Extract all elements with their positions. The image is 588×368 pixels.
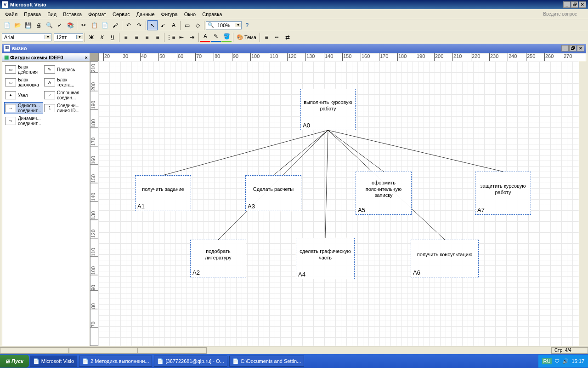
help-button[interactable]: ? — [242, 20, 252, 30]
shape-item[interactable]: ⟋Сплошная соедин... — [43, 89, 82, 101]
shapes-panel: ▦ Фигуры схемы IDEF0 × ▭Блок действия✎По… — [2, 53, 90, 354]
theme-button[interactable]: 🎨Тема — [235, 32, 258, 42]
menu-Формат[interactable]: Формат — [85, 11, 109, 18]
menu-Справка[interactable]: Справка — [199, 11, 225, 18]
zoom-input[interactable] — [215, 23, 235, 28]
shape-item[interactable]: ✎Подпись — [43, 63, 82, 75]
redo-button[interactable]: ↷ — [134, 20, 144, 30]
shape-item[interactable]: AБлок текста... — [43, 76, 82, 88]
connector-tool-button[interactable]: ➹ — [158, 20, 168, 30]
menu-Файл[interactable]: Файл — [2, 11, 21, 18]
align-justify-button[interactable]: ≡ — [153, 32, 163, 42]
shapes-button[interactable]: ◇ — [192, 20, 203, 30]
document-title: визио — [12, 46, 561, 51]
shape-item[interactable]: →Односто... соединит... — [4, 102, 43, 114]
canvas-area: 2030405060708090100110120130140150160170… — [90, 53, 586, 354]
underline-button[interactable]: Ч — [107, 32, 118, 42]
shape-item[interactable]: ●Узел — [4, 89, 43, 101]
shape-item[interactable]: ⤵Соедини... линия ID... — [43, 102, 82, 114]
minimize-button[interactable]: _ — [563, 1, 571, 8]
cut-button[interactable]: ✂ — [79, 20, 89, 30]
shapes-panel-header: ▦ Фигуры схемы IDEF0 × — [2, 53, 90, 62]
save-button[interactable]: 💾 — [23, 20, 33, 30]
line-weight-button[interactable]: ≡ — [261, 32, 271, 42]
help-search-box[interactable]: Введите вопрос — [540, 11, 586, 17]
zoom-combo[interactable]: 🔍 ▼ — [206, 21, 242, 29]
new-button[interactable]: 📄 — [2, 20, 12, 30]
shape-item[interactable]: ▭Блок действия — [4, 63, 43, 75]
align-center-button[interactable]: ≡ — [131, 32, 141, 42]
drawing-canvas[interactable]: выполнить курсовую работуA0получить зада… — [98, 61, 579, 346]
formatting-toolbar: ▼ ▼ Ж К Ч ≡ ≡ ≡ ≡ ⋮≡ ⇤ ⇥ A ✎ 🪣 🎨Тема ≡ ┅… — [0, 31, 588, 43]
document-titlebar: ▦ визио _ 🗗 ✕ — [2, 44, 586, 53]
font-combo[interactable]: ▼ — [2, 33, 51, 41]
doc-minimize-button[interactable]: _ — [561, 45, 569, 52]
menu-Вставка[interactable]: Вставка — [60, 11, 85, 18]
menu-Правка[interactable]: Правка — [21, 11, 44, 18]
diagram-node-A6[interactable]: получить консультациюA6 — [411, 240, 479, 277]
copy-button[interactable]: 📋 — [89, 20, 99, 30]
diagram-node-A2[interactable]: подобрать литературуA2 — [190, 240, 246, 277]
font-color-button[interactable]: A — [200, 32, 210, 42]
standard-toolbar: 📄 📂 💾 🖨 🔍 ✓ 📚 ✂ 📋 📄 🖌 ↶ ↷ ↖ ➹ A ▭ ◇ 🔍 ▼ … — [0, 19, 588, 31]
menu-Сервис[interactable]: Сервис — [109, 11, 133, 18]
shape-item[interactable]: ⤳Динамич... соединит... — [4, 115, 43, 127]
diagram-node-A4[interactable]: сделать графическую частьA4 — [296, 238, 355, 279]
font-name-input[interactable] — [2, 34, 45, 40]
shapes-panel-close-button[interactable]: × — [85, 55, 88, 60]
diagram-node-A7[interactable]: защитить курсовую работуA7 — [475, 172, 531, 215]
pointer-tool-button[interactable]: ↖ — [147, 20, 158, 30]
doc-close-button[interactable]: ✕ — [577, 45, 584, 52]
start-button[interactable]: ⊞Пуск — [0, 355, 29, 368]
restore-button[interactable]: 🗗 — [571, 1, 578, 8]
taskbar-item[interactable]: 📄Microsoft Visio — [30, 356, 77, 367]
print-preview-button[interactable]: 🔍 — [44, 20, 54, 30]
shape-item[interactable]: ▭Блок заголовка — [4, 76, 43, 88]
research-button[interactable]: 📚 — [65, 20, 75, 30]
menubar: ФайлПравкаВидВставкаФорматСервисДанныеФи… — [0, 9, 588, 19]
undo-button[interactable]: ↶ — [124, 20, 134, 30]
main-area: ▦ Фигуры схемы IDEF0 × ▭Блок действия✎По… — [2, 53, 586, 354]
vertical-ruler: 2102001901801701601501401301201101009080… — [90, 61, 98, 346]
diagram-node-A3[interactable]: Сделать расчетыA3 — [245, 175, 301, 211]
font-size-input[interactable] — [54, 34, 76, 40]
tray-icon[interactable]: 🔊 — [562, 358, 569, 364]
taskbar-item[interactable]: 📄[367722681@qip.ru] - О... — [154, 356, 227, 367]
system-tray[interactable]: RU 🛡 🔊 15:17 — [538, 355, 588, 368]
diagram-node-A1[interactable]: получить заданиеA1 — [135, 175, 191, 211]
tray-lang[interactable]: RU — [542, 358, 552, 364]
doc-restore-button[interactable]: 🗗 — [569, 45, 577, 52]
line-color-button[interactable]: ✎ — [211, 32, 221, 42]
diagram-node-A5[interactable]: оформить пояснительную запискуA5 — [356, 172, 412, 215]
align-right-button[interactable]: ≡ — [142, 32, 152, 42]
print-button[interactable]: 🖨 — [34, 20, 44, 30]
rectangle-button[interactable]: ▭ — [182, 20, 192, 30]
line-ends-button[interactable]: ⇄ — [283, 32, 293, 42]
paste-button[interactable]: 📄 — [100, 20, 110, 30]
menu-Вид[interactable]: Вид — [44, 11, 60, 18]
diagram-node-A0[interactable]: выполнить курсовую работуA0 — [300, 89, 356, 130]
vertical-scrollbar[interactable] — [579, 61, 586, 346]
line-pattern-button[interactable]: ┅ — [272, 32, 282, 42]
taskbar-item[interactable]: 📄2 Методика выполнени... — [79, 356, 152, 367]
taskbar-item[interactable]: 📄C:\Documents and Settin... — [229, 356, 304, 367]
shapes-list: ▭Блок действия✎Подпись▭Блок заголовкаAБл… — [2, 62, 90, 354]
menu-Данные[interactable]: Данные — [133, 11, 158, 18]
open-button[interactable]: 📂 — [12, 20, 23, 30]
close-button[interactable]: ✕ — [579, 1, 586, 8]
align-left-button[interactable]: ≡ — [121, 32, 131, 42]
tray-icon[interactable]: 🛡 — [554, 358, 560, 364]
spellcheck-button[interactable]: ✓ — [55, 20, 65, 30]
bullets-button[interactable]: ⋮≡ — [166, 32, 176, 42]
menu-Окно[interactable]: Окно — [181, 11, 199, 18]
increase-indent-button[interactable]: ⇥ — [187, 32, 197, 42]
text-tool-button[interactable]: A — [169, 20, 179, 30]
format-painter-button[interactable]: 🖌 — [110, 20, 120, 30]
font-size-combo[interactable]: ▼ — [54, 33, 83, 41]
bold-button[interactable]: Ж — [86, 32, 96, 42]
status-cell-3 — [138, 347, 207, 354]
menu-Фигура[interactable]: Фигура — [158, 11, 181, 18]
decrease-indent-button[interactable]: ⇤ — [176, 32, 187, 42]
italic-button[interactable]: К — [97, 32, 107, 42]
fill-color-button[interactable]: 🪣 — [221, 32, 232, 42]
